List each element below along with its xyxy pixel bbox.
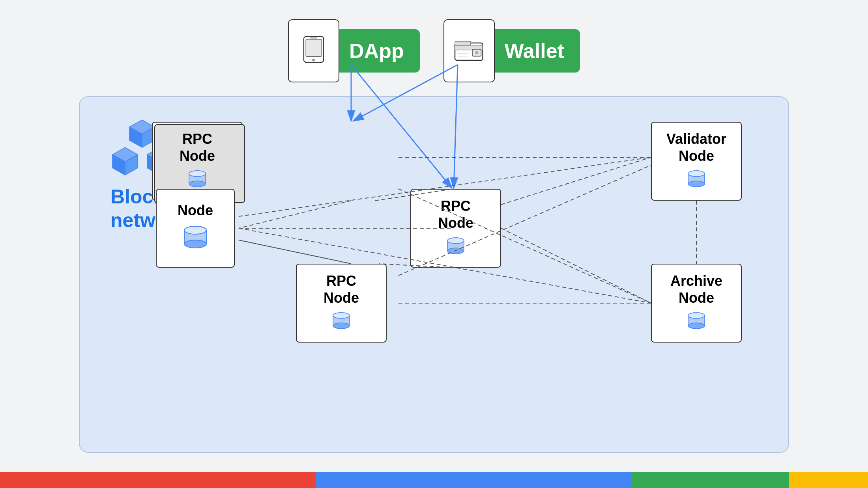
dapp-icon — [288, 19, 339, 82]
rpc-node-bottom-title: RPCNode — [324, 272, 359, 306]
db-icon-4 — [180, 223, 211, 255]
validator-node-title: ValidatorNode — [666, 130, 726, 164]
svg-point-32 — [312, 59, 315, 61]
validator-node: ValidatorNode — [651, 122, 742, 201]
svg-rect-31 — [306, 39, 322, 57]
top-components: DApp — [288, 19, 580, 82]
wallet-label: Wallet — [489, 29, 580, 73]
bar-red — [0, 472, 316, 488]
node-plain-title: Node — [178, 202, 213, 219]
svg-point-37 — [475, 51, 478, 54]
svg-point-73 — [688, 323, 705, 329]
bar-yellow — [789, 472, 868, 488]
archive-node-title: ArchiveNode — [670, 272, 722, 306]
svg-point-70 — [688, 171, 705, 177]
svg-point-67 — [688, 181, 705, 187]
db-icon-2 — [440, 235, 471, 259]
dapp-label: DApp — [333, 29, 420, 73]
rpc-node-middle-title: RPCNode — [438, 197, 473, 231]
svg-rect-38 — [455, 41, 471, 45]
svg-point-55 — [333, 323, 350, 329]
svg-point-46 — [189, 171, 206, 177]
svg-point-61 — [184, 240, 206, 248]
main-content: Blockchain network DApp — [0, 0, 868, 472]
archive-node: ArchiveNode — [651, 264, 742, 343]
svg-point-52 — [447, 238, 464, 244]
diagram-container: Blockchain network DApp — [79, 19, 789, 453]
dapp-component: DApp — [288, 19, 420, 82]
rpc-node-bottom: RPCNode — [296, 264, 387, 343]
db-icon-6 — [681, 310, 712, 334]
svg-point-58 — [333, 313, 350, 319]
rpc-node-middle: RPCNode — [410, 189, 501, 268]
svg-rect-33 — [310, 37, 317, 39]
db-icon-5 — [681, 168, 712, 192]
svg-point-64 — [184, 226, 206, 234]
node-plain: Node — [156, 189, 235, 268]
wallet-component: Wallet — [443, 19, 580, 82]
wallet-icon — [443, 19, 495, 82]
bar-blue — [316, 472, 631, 488]
bar-green — [631, 472, 789, 488]
bottom-bar — [0, 472, 868, 488]
svg-point-49 — [447, 248, 464, 254]
db-icon-3 — [326, 310, 357, 334]
svg-point-76 — [688, 313, 705, 319]
rpc-node-top-title: RPCNode — [180, 130, 215, 164]
svg-point-43 — [189, 181, 206, 187]
